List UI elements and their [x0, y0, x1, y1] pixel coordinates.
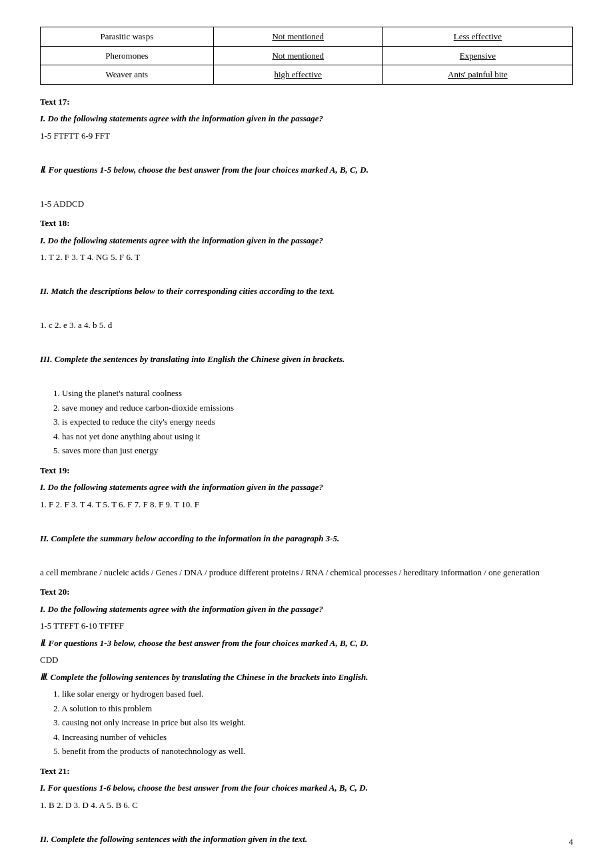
text20-q3-list: 1. like solar energy or hydrogen based f…	[40, 687, 573, 758]
text18-section: Text 18: I. Do the following statements …	[40, 217, 573, 457]
page-number: 4	[569, 835, 574, 849]
text17-q2-heading: Ⅱ. For questions 1-5 below, choose the b…	[40, 163, 573, 177]
table-row: Parasitic waspsNot mentionedLess effecti…	[41, 27, 573, 47]
text17-q2-answer: 1-5 ADDCD	[40, 197, 573, 211]
text20-q2-answer: CDD	[40, 653, 573, 667]
text19-label: Text 19:	[40, 465, 70, 475]
text17-section: Text 17: I. Do the following statements …	[40, 95, 573, 211]
list-item: 3. is expected to reduce the city's ener…	[53, 415, 573, 429]
list-item: 5. saves more than just energy	[53, 444, 573, 457]
list-item: 1. like solar energy or hydrogen based f…	[53, 687, 573, 701]
list-item: 4. has not yet done anything about using…	[53, 430, 573, 443]
text20-q1-heading: I. Do the following statements agree wit…	[40, 603, 573, 616]
text19-q1-heading: I. Do the following statements agree wit…	[40, 481, 573, 494]
text20-q1-answer: 1-5 TTFFT 6-10 TFTFF	[40, 619, 573, 633]
list-item: 5. benefit from the products of nanotech…	[53, 745, 573, 758]
text20-label: Text 20:	[40, 587, 70, 597]
text17-q1-heading: I. Do the following statements agree wit…	[40, 112, 573, 125]
text21-q1-answer: 1. B 2. D 3. D 4. A 5. B 6. C	[40, 799, 573, 812]
text18-label: Text 18:	[40, 218, 70, 228]
text21-label: Text 21:	[40, 766, 70, 776]
table-cell: Expensive	[382, 46, 572, 65]
list-item: 2. A solution to this problem	[53, 702, 573, 715]
text18-q3-list: 1. Using the planet's natural coolness2.…	[40, 387, 573, 457]
list-item: 1. Using the planet's natural coolness	[53, 387, 573, 400]
text20-q3-heading: Ⅲ. Complete the following sentences by t…	[40, 671, 573, 684]
text19-q2-answer: a cell membrane / nucleic acids / Genes …	[40, 566, 573, 579]
table-cell: Not mentioned	[213, 46, 382, 65]
text18-q1-answer: 1. T 2. F 3. T 4. NG 5. F 6. T	[40, 251, 573, 264]
text19-q2-heading: II. Complete the summary below according…	[40, 532, 573, 545]
table-cell: Parasitic wasps	[41, 27, 214, 47]
table-cell: Weaver ants	[41, 65, 214, 85]
table-cell: high effective	[213, 65, 382, 85]
table-cell: Ants' painful bite	[382, 65, 572, 85]
text21-q1-heading: I. For questions 1-6 below, choose the b…	[40, 781, 573, 795]
text20-section: Text 20: I. Do the following statements …	[40, 585, 573, 758]
text18-q2-answer: 1. c 2. e 3. a 4. b 5. d	[40, 319, 573, 332]
summary-table: Parasitic waspsNot mentionedLess effecti…	[40, 27, 573, 85]
list-item: 2. save money and reduce carbon-dioxide …	[53, 401, 573, 415]
table-row: Weaver antshigh effectiveAnts' painful b…	[41, 65, 573, 85]
text17-label: Text 17:	[40, 97, 70, 107]
table-row: PheromonesNot mentionedExpensive	[41, 46, 573, 65]
text21-q2-heading: II. Complete the following sentences wit…	[40, 833, 573, 846]
text18-q2-heading: II. Match the descriptions below to thei…	[40, 285, 573, 298]
text19-q1-answer: 1. F 2. F 3. T 4. T 5. T 6. F 7. F 8. F …	[40, 498, 573, 511]
text19-section: Text 19: I. Do the following statements …	[40, 464, 573, 579]
list-item: 3. causing not only increase in price bu…	[53, 716, 573, 729]
text21-section: Text 21: I. For questions 1-6 below, cho…	[40, 765, 573, 869]
text20-q2-heading: Ⅱ. For questions 1-3 below, choose the b…	[40, 637, 573, 650]
table-cell: Pheromones	[41, 46, 214, 65]
list-item: 4. Increasing number of vehicles	[53, 731, 573, 744]
text18-q3-heading: III. Complete the sentences by translati…	[40, 353, 573, 366]
table-cell: Not mentioned	[213, 27, 382, 47]
text17-q1-answer: 1-5 FTFTT 6-9 FFT	[40, 129, 573, 143]
text18-q1-heading: I. Do the following statements agree wit…	[40, 234, 573, 247]
table-cell: Less effective	[382, 27, 572, 47]
